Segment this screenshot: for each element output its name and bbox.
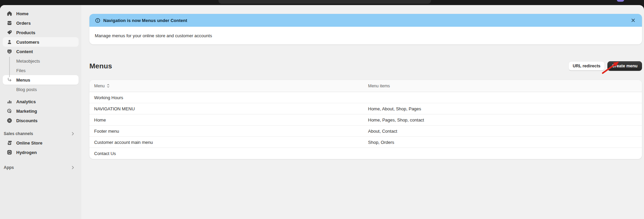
info-banner: Navigation is now Menus under Content Ma… (89, 14, 642, 44)
column-header-menu[interactable]: Menu (89, 80, 363, 92)
sidebar-item-orders[interactable]: Orders (3, 18, 79, 28)
banner-description: Manage menus for your online store and c… (95, 33, 212, 38)
menu-items-cell (363, 92, 642, 103)
info-banner-body: Manage menus for your online store and c… (89, 27, 642, 44)
subnav-tree-line (9, 57, 10, 77)
chevron-right-icon (70, 131, 75, 136)
sidebar-subitem-label: Blog posts (16, 87, 37, 92)
page-header: Menus URL redirects Create menu (89, 61, 642, 71)
sidebar-item-hydrogen[interactable]: Hydrogen (3, 148, 79, 157)
menu-items-cell: About, Contact (363, 126, 642, 136)
sidebar-item-content[interactable]: Content (3, 47, 79, 56)
hydrogen-icon (7, 150, 12, 155)
chevron-right-icon (70, 165, 75, 170)
info-icon (95, 18, 101, 23)
table-row[interactable]: Contact Us (89, 148, 642, 159)
sidebar-item-label: Customers (16, 40, 39, 45)
menu-items-cell: Home, About, Shop, Pages (363, 103, 642, 114)
sales-channels-header[interactable]: Sales channels (3, 129, 79, 138)
sidebar-item-discounts[interactable]: Discounts (3, 116, 79, 125)
sidebar-subitem-metaobjects[interactable]: Metaobjects (3, 56, 79, 66)
menu-items-cell: Home, Pages, Shop, contact (363, 114, 642, 125)
menus-table: Menu Menu items Working Hours NAVIGATION… (89, 80, 642, 159)
page-actions: URL redirects Create menu (568, 61, 642, 71)
sort-icon (106, 84, 110, 88)
info-banner-header: Navigation is now Menus under Content (89, 14, 642, 27)
menu-items-cell: Shop, Orders (363, 137, 642, 148)
sidebar-subitem-files[interactable]: Files (3, 66, 79, 75)
sidebar-item-label: Content (16, 49, 33, 54)
top-bar (0, 0, 644, 5)
column-header-menu-label: Menu (94, 84, 105, 88)
app-frame: Home Orders Products Customers Content (0, 5, 644, 219)
main-content: Navigation is now Menus under Content Ma… (81, 5, 644, 219)
menu-name-cell: NAVIGATION MENU (89, 103, 363, 114)
menu-name-cell: Customer account main menu (89, 137, 363, 148)
sidebar-item-label: Marketing (16, 109, 37, 114)
banner-title: Navigation is now Menus under Content (103, 18, 187, 23)
table-row[interactable]: NAVIGATION MENU Home, About, Shop, Pages (89, 103, 642, 114)
sidebar-item-online-store[interactable]: Online Store (3, 138, 79, 148)
close-icon (631, 18, 636, 23)
storefront-icon (7, 140, 12, 146)
analytics-bars-icon (7, 99, 12, 104)
sidebar-subitem-menus[interactable]: Menus (3, 75, 79, 85)
sidebar-item-products[interactable]: Products (3, 28, 79, 37)
table-header-row: Menu Menu items (89, 80, 642, 92)
sidebar-item-marketing[interactable]: Marketing (3, 106, 79, 116)
sales-channels-label: Sales channels (4, 131, 33, 136)
sidebar-item-analytics[interactable]: Analytics (3, 97, 79, 106)
column-header-menu-items-label: Menu items (368, 84, 390, 88)
content-icon (7, 49, 12, 54)
products-tag-icon (7, 30, 12, 35)
menu-name-cell: Working Hours (89, 92, 363, 103)
table-row[interactable]: Working Hours (89, 92, 642, 103)
table-row[interactable]: Home Home, Pages, Shop, contact (89, 114, 642, 126)
orders-icon (7, 20, 12, 26)
sidebar-subitem-label: Menus (16, 78, 30, 83)
apps-label: Apps (4, 165, 14, 170)
sidebar-subitem-label: Metaobjects (16, 59, 40, 64)
sidebar-item-label: Products (16, 30, 35, 35)
apps-header[interactable]: Apps (3, 163, 79, 172)
sidebar-item-label: Online Store (16, 140, 42, 146)
url-redirects-button[interactable]: URL redirects (568, 61, 605, 71)
sidebar-item-label: Home (16, 11, 28, 16)
menu-name-cell: Home (89, 114, 363, 125)
discount-badge-icon (7, 118, 12, 123)
search-input[interactable] (218, 0, 431, 4)
menu-items-cell (363, 148, 642, 159)
sidebar-subitem-blog-posts[interactable]: Blog posts (3, 85, 79, 94)
menu-name-cell: Contact Us (89, 148, 363, 159)
sidebar-item-label: Hydrogen (16, 150, 37, 155)
sidebar-item-home[interactable]: Home (3, 9, 79, 18)
page-title: Menus (89, 62, 112, 70)
sidebar-item-label: Orders (16, 21, 31, 26)
column-header-menu-items: Menu items (363, 80, 642, 92)
sidebar: Home Orders Products Customers Content (0, 5, 81, 219)
sidebar-item-label: Discounts (16, 118, 38, 123)
table-row[interactable]: Customer account main menu Shop, Orders (89, 137, 642, 148)
marketing-target-icon (7, 108, 12, 114)
sidebar-item-customers[interactable]: Customers (3, 37, 79, 47)
avatar[interactable] (617, 0, 624, 2)
home-icon (7, 11, 12, 16)
menu-name-cell: Footer menu (89, 126, 363, 136)
corner-down-right-arrow-icon (7, 77, 12, 83)
table-row[interactable]: Footer menu About, Contact (89, 126, 642, 137)
sidebar-item-label: Analytics (16, 99, 36, 104)
banner-close-button[interactable] (630, 17, 637, 24)
sidebar-subitem-label: Files (16, 68, 25, 73)
customers-icon (7, 39, 12, 45)
create-menu-button[interactable]: Create menu (607, 61, 642, 71)
